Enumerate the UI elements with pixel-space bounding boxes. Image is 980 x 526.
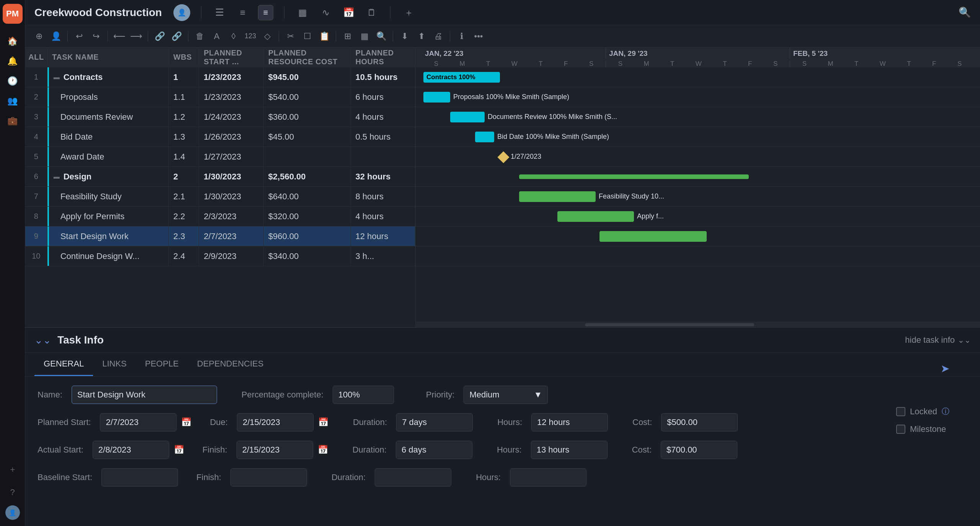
add-view-icon[interactable]: ＋ bbox=[401, 5, 416, 20]
sidebar-item-home[interactable]: 🏠 bbox=[4, 33, 21, 50]
sidebar-item-people[interactable]: 👥 bbox=[4, 93, 21, 109]
gantt-scrollbar-thumb[interactable] bbox=[585, 323, 754, 326]
milestone-checkbox[interactable] bbox=[896, 425, 905, 434]
print-button[interactable]: 🖨 bbox=[431, 29, 446, 44]
number-button[interactable]: 123 bbox=[243, 29, 258, 44]
more-button[interactable]: ••• bbox=[471, 29, 486, 44]
th-wbs[interactable]: WBS bbox=[169, 47, 199, 67]
th-start[interactable]: PLANNED START ... bbox=[199, 47, 263, 67]
user-avatar[interactable]: 👤 bbox=[5, 505, 20, 520]
view-calendar-icon[interactable]: 📅 bbox=[341, 5, 356, 20]
baseline-finish-input[interactable] bbox=[230, 468, 307, 487]
th-cost[interactable]: PLANNED RESOURCE COST bbox=[264, 47, 351, 67]
add-task-button[interactable]: ⊕ bbox=[31, 29, 47, 44]
table-row[interactable]: 2 Proposals 1.1 1/23/2023 $540.00 6 hour… bbox=[25, 87, 415, 107]
hide-task-info-button[interactable]: hide task info ⌄⌄ bbox=[905, 335, 971, 345]
actual-start-label: Actual Start: bbox=[38, 445, 83, 455]
due-input[interactable] bbox=[237, 413, 314, 432]
diamond-button[interactable]: ◇ bbox=[260, 29, 275, 44]
left-sidebar: PM 🏠 🔔 🕐 👥 💼 ＋ ? 👤 bbox=[0, 0, 25, 526]
link-button[interactable]: 🔗 bbox=[152, 29, 167, 44]
actual-duration-input[interactable] bbox=[396, 441, 472, 459]
tab-links[interactable]: LINKS bbox=[93, 353, 136, 376]
redo-button[interactable]: ↪ bbox=[88, 29, 104, 44]
table-row[interactable]: 9 Start Design Work 2.3 2/7/2023 $960.00… bbox=[25, 226, 415, 246]
copy-button[interactable]: ☐ bbox=[300, 29, 315, 44]
send-icon[interactable]: ➤ bbox=[941, 362, 949, 375]
gantt-scrollbar[interactable] bbox=[416, 322, 980, 327]
zoom-button[interactable]: 🔍 bbox=[374, 29, 389, 44]
sidebar-item-projects[interactable]: 💼 bbox=[4, 112, 21, 129]
table-row[interactable]: 6 ▬ Design 2 1/30/2023 $2,560.00 32 hour… bbox=[25, 167, 415, 187]
indent-button[interactable]: ⟶ bbox=[129, 29, 144, 44]
table-row[interactable]: 1 ▬ Contracts 1 1/23/2023 $945.00 10.5 h… bbox=[25, 67, 415, 87]
priority-select[interactable]: Medium ▼ bbox=[464, 386, 548, 404]
due-cal-icon[interactable]: 📅 bbox=[318, 417, 328, 427]
view-gantt-icon[interactable]: ≡ bbox=[258, 5, 273, 20]
highlight-button[interactable]: ◊ bbox=[226, 29, 241, 44]
table-row[interactable]: 8 Apply for Permits 2.2 2/3/2023 $320.00… bbox=[25, 207, 415, 226]
table-row[interactable]: 4 Bid Date 1.3 1/26/2023 $45.00 0.5 hour… bbox=[25, 127, 415, 147]
table-row[interactable]: 5 Award Date 1.4 1/27/2023 bbox=[25, 147, 415, 167]
sidebar-item-recent[interactable]: 🕐 bbox=[4, 73, 21, 90]
cut-button[interactable]: ✂ bbox=[283, 29, 298, 44]
table-row[interactable]: 10 Continue Design W... 2.4 2/9/2023 $34… bbox=[25, 246, 415, 266]
export-button[interactable]: ⬇ bbox=[397, 29, 412, 44]
planned-start-cal-icon[interactable]: 📅 bbox=[181, 417, 191, 427]
outdent-button[interactable]: ⟵ bbox=[112, 29, 127, 44]
view-doc-icon[interactable]: 🗒 bbox=[364, 5, 379, 20]
row-start: 2/9/2023 bbox=[199, 246, 263, 266]
sidebar-item-notifications[interactable]: 🔔 bbox=[4, 53, 21, 70]
collapse-icon[interactable]: ▬ bbox=[54, 173, 60, 180]
unlink-button[interactable]: 🔗 bbox=[169, 29, 184, 44]
view-table-icon[interactable]: ▦ bbox=[295, 5, 310, 20]
planned-cost-input[interactable] bbox=[661, 413, 738, 432]
baseline-start-input[interactable] bbox=[101, 468, 178, 487]
tb-sep-8 bbox=[450, 31, 450, 42]
gantt-row bbox=[416, 226, 980, 246]
sidebar-help-button[interactable]: ? bbox=[4, 484, 21, 501]
project-avatar[interactable]: 👤 bbox=[173, 4, 190, 21]
th-all[interactable]: ALL bbox=[25, 47, 47, 67]
search-icon[interactable]: 🔍 bbox=[959, 7, 971, 18]
planned-hours-input[interactable] bbox=[531, 413, 608, 432]
tab-dependencies[interactable]: DEPENDENCIES bbox=[188, 353, 273, 376]
paste-button[interactable]: 📋 bbox=[317, 29, 332, 44]
delete-button[interactable]: 🗑 bbox=[192, 29, 207, 44]
baseline-duration-input[interactable] bbox=[375, 468, 451, 487]
text-format-button[interactable]: A bbox=[209, 29, 224, 44]
view-list-icon[interactable]: ☰ bbox=[212, 5, 227, 20]
actual-hours-input[interactable] bbox=[531, 441, 608, 459]
split-view-button[interactable]: ⊞ bbox=[340, 29, 355, 44]
pct-input[interactable] bbox=[333, 386, 394, 404]
add-resource-button[interactable]: 👤 bbox=[48, 29, 64, 44]
sidebar-add-button[interactable]: ＋ bbox=[4, 461, 21, 478]
actual-cost-input[interactable] bbox=[661, 441, 737, 459]
th-hours[interactable]: PLANNED HOURS bbox=[351, 47, 415, 67]
table-row[interactable]: 7 Feasibility Study 2.1 1/30/2023 $640.0… bbox=[25, 187, 415, 207]
row-wbs: 1.3 bbox=[169, 127, 199, 147]
view-wave-icon[interactable]: ∿ bbox=[318, 5, 333, 20]
collapse-icon[interactable]: ▬ bbox=[54, 74, 60, 81]
name-input[interactable] bbox=[72, 386, 217, 404]
actual-start-input[interactable] bbox=[93, 441, 169, 459]
finish-input[interactable] bbox=[237, 441, 313, 459]
info-button[interactable]: ℹ bbox=[454, 29, 469, 44]
view-chart-icon[interactable]: ≡ bbox=[235, 5, 250, 20]
actual-start-cal-icon[interactable]: 📅 bbox=[174, 445, 184, 455]
baseline-hours-input[interactable] bbox=[510, 468, 586, 487]
tab-general[interactable]: GENERAL bbox=[34, 353, 93, 376]
finish-cal-icon[interactable]: 📅 bbox=[318, 445, 328, 455]
tab-people[interactable]: PEOPLE bbox=[136, 353, 188, 376]
grid-view-button[interactable]: ▦ bbox=[357, 29, 372, 44]
planned-duration-input[interactable] bbox=[396, 413, 473, 432]
table-row[interactable]: 3 Documents Review 1.2 1/24/2023 $360.00… bbox=[25, 107, 415, 127]
locked-checkbox[interactable] bbox=[896, 407, 905, 416]
task-info-panel: ⌄⌄ Task Info hide task info ⌄⌄ GENERAL L… bbox=[25, 327, 980, 526]
undo-button[interactable]: ↩ bbox=[72, 29, 87, 44]
import-button[interactable]: ⬆ bbox=[414, 29, 429, 44]
planned-start-input[interactable] bbox=[100, 413, 176, 432]
gantt-body: Contracts 100% Proposals 100% Mike Smith… bbox=[416, 67, 980, 266]
actual-hours-label: Hours: bbox=[497, 445, 522, 455]
th-name[interactable]: TASK NAME bbox=[47, 47, 169, 67]
